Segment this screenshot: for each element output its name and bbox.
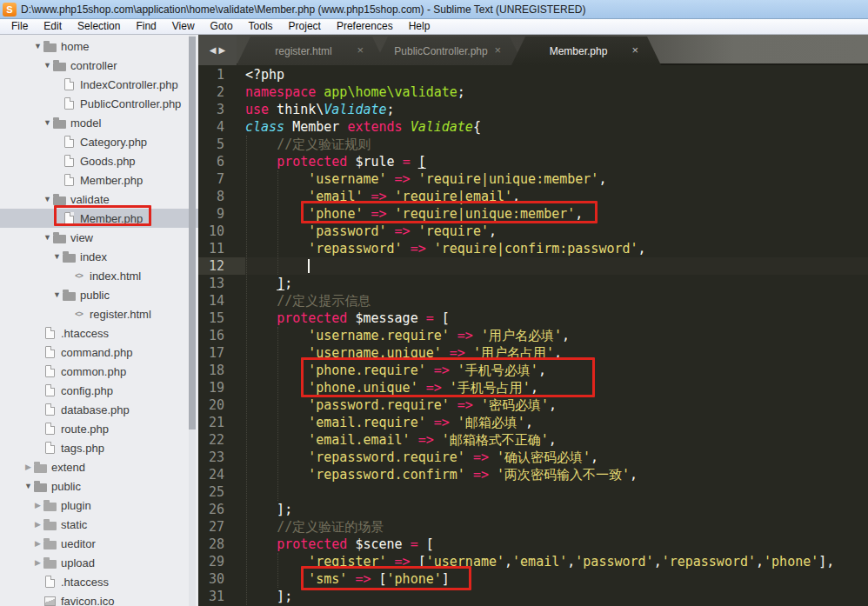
tab-publiccontroller-php[interactable]: PublicController.php× bbox=[374, 37, 524, 65]
tree-item-member-php[interactable]: Member.php bbox=[0, 170, 198, 190]
code-line-10[interactable]: 10 'password' => 'require', bbox=[198, 223, 868, 240]
menu-item-project[interactable]: Project bbox=[281, 19, 329, 34]
tree-item--htaccess[interactable]: .htaccess bbox=[0, 572, 198, 591]
code-line-23[interactable]: 23 'repassword.require' => '确认密码必填', bbox=[198, 449, 868, 466]
chevron-down-icon[interactable]: ▼ bbox=[42, 118, 53, 127]
chevron-down-icon[interactable]: ▼ bbox=[23, 482, 34, 490]
tab-scroll-left-icon[interactable]: ◀ bbox=[210, 45, 217, 55]
close-icon[interactable]: × bbox=[357, 43, 364, 57]
code-line-14[interactable]: 14 //定义提示信息 bbox=[198, 292, 868, 310]
code-line-text: //定义提示信息 bbox=[245, 293, 371, 309]
tree-item-home[interactable]: ▼home bbox=[0, 37, 198, 56]
code-line-24[interactable]: 24 'repassword.confirm' => '两次密码输入不一致', bbox=[198, 466, 868, 483]
chevron-right-icon[interactable]: ▶ bbox=[32, 539, 43, 548]
menu-item-help[interactable]: Help bbox=[401, 19, 438, 34]
tab-scroll-right-icon[interactable]: ▶ bbox=[219, 45, 226, 55]
tree-item-extend[interactable]: ▶extend bbox=[0, 457, 198, 476]
tab-register-html[interactable]: register.html× bbox=[237, 37, 386, 65]
code-line-16[interactable]: 16 'username.require' => '用户名必填', bbox=[198, 327, 868, 344]
code-line-27[interactable]: 27 //定义验证的场景 bbox=[198, 518, 868, 536]
code-line-17[interactable]: 17 'username.unique' => '用户名占用', bbox=[198, 344, 868, 362]
code-line-26[interactable]: 26 ]; bbox=[198, 501, 868, 518]
tree-item-plugin[interactable]: ▶plugin bbox=[0, 496, 198, 515]
tree-item-register-html[interactable]: <>register.html bbox=[0, 304, 198, 323]
code-area[interactable]: 1<?php2namespace app\home\validate;3use … bbox=[198, 65, 868, 606]
tree-item-goods-php[interactable]: Goods.php bbox=[0, 151, 198, 170]
chevron-right-icon[interactable]: ▶ bbox=[23, 463, 34, 471]
tree-item-config-php[interactable]: config.php bbox=[0, 381, 198, 400]
tree-item-command-php[interactable]: command.php bbox=[0, 343, 198, 362]
menu-item-view[interactable]: View bbox=[164, 19, 203, 34]
code-line-21[interactable]: 21 'email.require' => '邮箱必填', bbox=[198, 414, 868, 431]
tree-item-model[interactable]: ▼model bbox=[0, 113, 198, 132]
chevron-right-icon[interactable]: ▶ bbox=[32, 520, 43, 529]
chevron-down-icon[interactable]: ▼ bbox=[51, 290, 63, 299]
code-line-30[interactable]: 30 'sms' => ['phone'] bbox=[198, 570, 868, 588]
code-line-25[interactable]: 25 bbox=[198, 483, 868, 501]
sidebar-scrollbar-thumb[interactable] bbox=[189, 37, 196, 430]
tree-item--htaccess[interactable]: .htaccess bbox=[0, 323, 198, 343]
folder-icon bbox=[63, 289, 76, 302]
code-line-6[interactable]: 6 protected $rule = [ bbox=[198, 153, 868, 170]
tree-item-tags-php[interactable]: tags.php bbox=[0, 438, 198, 457]
tree-item-publiccontroller-php[interactable]: PublicController.php bbox=[0, 94, 198, 113]
menu-item-file[interactable]: File bbox=[3, 19, 36, 34]
tree-item-index[interactable]: ▼index bbox=[0, 247, 198, 266]
code-line-15[interactable]: 15 protected $message = [ bbox=[198, 310, 868, 327]
code-line-1[interactable]: 1<?php bbox=[198, 66, 868, 83]
tree-item-public[interactable]: ▼public bbox=[0, 476, 198, 496]
code-line-13[interactable]: 13 ]; bbox=[198, 275, 868, 292]
tree-item-category-php[interactable]: Category.php bbox=[0, 132, 198, 151]
close-icon[interactable]: × bbox=[494, 43, 501, 57]
tree-item-member-php[interactable]: Member.php bbox=[0, 209, 198, 228]
menu-item-tools[interactable]: Tools bbox=[241, 19, 281, 34]
tree-item-ueditor[interactable]: ▶ueditor bbox=[0, 534, 198, 553]
tab-member-php[interactable]: Member.php× bbox=[511, 37, 661, 65]
close-icon[interactable]: × bbox=[631, 43, 638, 57]
tree-item-route-php[interactable]: route.php bbox=[0, 419, 198, 438]
code-line-text: 'phone.require' => '手机号必填', bbox=[245, 363, 546, 378]
chevron-down-icon[interactable]: ▼ bbox=[42, 233, 53, 242]
code-line-7[interactable]: 7 'username' => 'require|unique:member', bbox=[198, 170, 868, 188]
tree-item-index-html[interactable]: <>index.html bbox=[0, 266, 198, 285]
tree-item-favicon-ico[interactable]: favicon.ico bbox=[0, 591, 198, 606]
code-line-5[interactable]: 5 //定义验证规则 bbox=[198, 136, 868, 153]
code-line-22[interactable]: 22 'email.email' => '邮箱格式不正确', bbox=[198, 431, 868, 449]
chevron-down-icon[interactable]: ▼ bbox=[51, 252, 63, 261]
tree-item-static[interactable]: ▶static bbox=[0, 515, 198, 534]
chevron-down-icon[interactable]: ▼ bbox=[42, 61, 53, 70]
chevron-right-icon[interactable]: ▶ bbox=[32, 558, 43, 567]
folder-icon bbox=[43, 518, 57, 531]
tree-item-view[interactable]: ▼view bbox=[0, 228, 198, 247]
code-line-4[interactable]: 4class Member extends Validate{ bbox=[198, 118, 868, 136]
chevron-down-icon[interactable]: ▼ bbox=[42, 195, 53, 203]
menu-item-selection[interactable]: Selection bbox=[70, 19, 128, 34]
chevron-right-icon[interactable]: ▶ bbox=[32, 501, 43, 509]
code-line-2[interactable]: 2namespace app\home\validate; bbox=[198, 83, 868, 101]
tree-item-validate[interactable]: ▼validate bbox=[0, 190, 198, 209]
code-line-19[interactable]: 19 'phone.unique' => '手机号占用', bbox=[198, 379, 868, 396]
code-line-28[interactable]: 28 protected $scene = [ bbox=[198, 536, 868, 553]
code-line-20[interactable]: 20 'password.require' => '密码必填', bbox=[198, 396, 868, 414]
code-line-9[interactable]: 9 'phone' => 'require|unique:member', bbox=[198, 205, 868, 223]
tree-item-upload[interactable]: ▶upload bbox=[0, 553, 198, 572]
menu-item-goto[interactable]: Goto bbox=[203, 19, 241, 34]
menu-item-preferences[interactable]: Preferences bbox=[329, 19, 401, 34]
tree-item-controller[interactable]: ▼controller bbox=[0, 56, 198, 75]
code-line-12[interactable]: 12 bbox=[198, 257, 868, 275]
folder-icon bbox=[53, 117, 66, 130]
code-line-18[interactable]: 18 'phone.require' => '手机号必填', bbox=[198, 362, 868, 379]
tree-item-common-php[interactable]: common.php bbox=[0, 362, 198, 381]
tree-item-indexcontroller-php[interactable]: IndexController.php bbox=[0, 75, 198, 94]
tree-item-public[interactable]: ▼public bbox=[0, 285, 198, 304]
code-line-29[interactable]: 29 'register' => ['username','email','pa… bbox=[198, 553, 868, 570]
chevron-down-icon[interactable]: ▼ bbox=[32, 42, 43, 50]
code-line-3[interactable]: 3use think\Validate; bbox=[198, 101, 868, 118]
code-line-11[interactable]: 11 'repassword' => 'require|confirm:pass… bbox=[198, 240, 868, 257]
code-line-31[interactable]: 31 ]; bbox=[198, 588, 868, 605]
menu-item-edit[interactable]: Edit bbox=[36, 19, 70, 34]
line-number: 28 bbox=[198, 536, 245, 553]
tree-item-database-php[interactable]: database.php bbox=[0, 400, 198, 419]
code-line-8[interactable]: 8 'email' => 'require|email', bbox=[198, 188, 868, 205]
menu-item-find[interactable]: Find bbox=[128, 19, 164, 34]
